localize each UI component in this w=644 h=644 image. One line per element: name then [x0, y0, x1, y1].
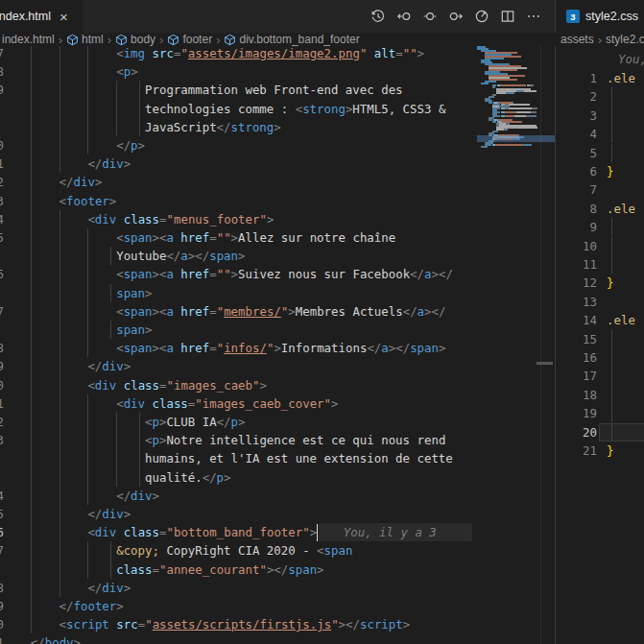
code-line[interactable]: 2: [557, 87, 644, 106]
line-number: 40: [0, 376, 4, 394]
line-number: 16: [557, 348, 597, 367]
code-line[interactable]: 14.ele: [557, 311, 644, 329]
code-line[interactable]: 37<span><a href="membres/">Membres Actue…: [0, 302, 472, 321]
current-line-highlight: [599, 423, 644, 441]
line-number: 29: [0, 81, 4, 99]
code-line[interactable]: 32</div>: [0, 173, 472, 191]
code-line[interactable]: 11: [557, 255, 644, 274]
indent-guide: [110, 321, 111, 339]
editor-group-sash[interactable]: [555, 0, 556, 644]
code-line[interactable]: 3: [557, 107, 644, 125]
indent-guide: [87, 431, 88, 449]
code-line[interactable]: Youtube</a></span>: [0, 247, 472, 265]
indent-guide: [60, 100, 60, 118]
code-line[interactable]: 20: [557, 423, 644, 441]
editor-style2-css[interactable]: You,1.ele23456}78.ele9101112}1314.ele151…: [557, 46, 644, 644]
code-line[interactable]: 35<span><a href="">Allez sur notre chaîn…: [0, 228, 472, 247]
gauge-icon[interactable]: [474, 9, 489, 24]
indent-guide: [87, 413, 88, 431]
code-line[interactable]: class="annee_courant"></span>: [0, 561, 472, 579]
code-line[interactable]: 10: [557, 237, 644, 255]
close-icon[interactable]: ×: [60, 10, 68, 24]
breadcrumb-item-file[interactable]: index.html: [2, 33, 55, 46]
code-line[interactable]: qualité.</p>: [0, 468, 472, 487]
change-icon[interactable]: [422, 9, 438, 24]
code-line[interactable]: 48</div>: [0, 579, 472, 597]
code-line[interactable]: 34<div class="menus_footer">: [0, 210, 472, 228]
css3-file-icon: 3: [566, 10, 580, 23]
next-change-icon[interactable]: [448, 9, 464, 24]
code-line[interactable]: 28<p>: [0, 62, 472, 81]
code-line[interactable]: 9: [557, 218, 644, 236]
history-icon[interactable]: [370, 9, 386, 24]
code-line[interactable]: 49</footer>: [0, 597, 472, 615]
minimap-line: [495, 94, 496, 96]
code-line[interactable]: 36<span><a href="">Suivez nous sur Faceb…: [0, 265, 472, 283]
code-line[interactable]: 33<footer>: [0, 192, 472, 210]
more-actions-icon[interactable]: [526, 9, 541, 24]
code-line[interactable]: 44</div>: [0, 487, 472, 505]
code-line[interactable]: 27<img src="assets/images/image2.png" al…: [0, 46, 472, 62]
code-line[interactable]: 47&copy; CopyRight CIA 2020 - <span: [0, 541, 472, 560]
minimap-line: [499, 107, 500, 109]
code-line[interactable]: 45</div>: [0, 505, 472, 523]
code-line[interactable]: 4: [557, 125, 644, 143]
code-line[interactable]: 51</body>: [0, 633, 472, 644]
code-line[interactable]: 50<script src="assets/scripts/firstjs.js…: [0, 615, 472, 633]
tab-index-html[interactable]: index.html ×: [0, 0, 83, 33]
line-number: 41: [0, 394, 4, 413]
code-line[interactable]: 17: [557, 367, 644, 385]
indent-guide: [110, 247, 111, 265]
code-line[interactable]: 40<div class="images_caeb">: [0, 376, 472, 394]
code-line[interactable]: 6}: [557, 162, 644, 180]
code-line[interactable]: 16: [557, 348, 644, 367]
code-line[interactable]: JavaScript</strong>: [0, 118, 472, 136]
code-line[interactable]: 1.ele: [557, 69, 644, 87]
code-line[interactable]: span>: [0, 284, 472, 302]
indent-guide: [611, 348, 612, 367]
code-line[interactable]: 15: [557, 330, 644, 348]
code-line[interactable]: 31</div>: [0, 155, 472, 173]
chevron-right-icon: ›: [159, 33, 163, 46]
breadcrumb-item-footer[interactable]: footer: [182, 33, 212, 46]
code-line[interactable]: 18: [557, 386, 644, 404]
indent-guide: [110, 541, 111, 560]
code-line[interactable]: 43<p>Notre intelligence est ce qui nous …: [0, 431, 472, 449]
indent-guide: [611, 144, 612, 162]
split-editor-icon[interactable]: [500, 9, 515, 24]
line-number: 17: [557, 367, 597, 385]
line-number: 31: [0, 155, 4, 173]
breadcrumb-item-div-bottom-band-footer[interactable]: div.bottom_band_footer: [239, 33, 359, 46]
editor-index-html[interactable]: 27<img src="assets/images/image2.png" al…: [0, 46, 472, 644]
code-line[interactable]: span>: [0, 321, 472, 339]
code-line[interactable]: 30</p>: [0, 136, 472, 155]
code-line[interactable]: 7: [557, 180, 644, 199]
indent-guide: [31, 413, 32, 431]
code-line[interactable]: 46<div class="bottom_band_footer">You, i…: [0, 523, 472, 541]
breadcrumb-item-body[interactable]: body: [131, 33, 155, 46]
code-line[interactable]: 38<span><a href="infos/">Informations</a…: [0, 339, 472, 357]
tab-style2-css[interactable]: 3 style2.css: [557, 0, 644, 33]
line-number: 50: [0, 615, 4, 633]
breadcrumb-item-style2-css[interactable]: style2.css: [606, 33, 644, 46]
indent-guide: [60, 265, 60, 283]
breadcrumb-item-html[interactable]: html: [82, 33, 104, 46]
code-line[interactable]: 42<p>CLUB IA</p>: [0, 413, 472, 431]
code-line[interactable]: humains, et l'IA est une extension de ce…: [0, 449, 472, 467]
code-line[interactable]: 5: [557, 144, 644, 162]
git-blame-annotation: You,: [618, 50, 644, 68]
indent-guide: [87, 100, 88, 118]
code-line[interactable]: 13: [557, 293, 644, 311]
chevron-right-icon: ›: [598, 33, 602, 46]
code-line[interactable]: 21}: [557, 441, 644, 460]
code-line[interactable]: 29Programmation web Front-end avec des: [0, 81, 472, 99]
breadcrumb-item-assets[interactable]: assets: [561, 33, 594, 46]
previous-change-icon[interactable]: [396, 9, 412, 24]
indent-guide: [60, 413, 60, 431]
code-line[interactable]: 39</div>: [0, 357, 472, 375]
code-line[interactable]: 12}: [557, 274, 644, 292]
code-line[interactable]: technologies comme : <strong>HTML5, CSS3…: [0, 100, 472, 118]
code-line[interactable]: 8.ele: [557, 200, 644, 218]
code-line[interactable]: 41<div class="images_caeb_cover">: [0, 394, 472, 413]
code-line[interactable]: 19: [557, 404, 644, 422]
